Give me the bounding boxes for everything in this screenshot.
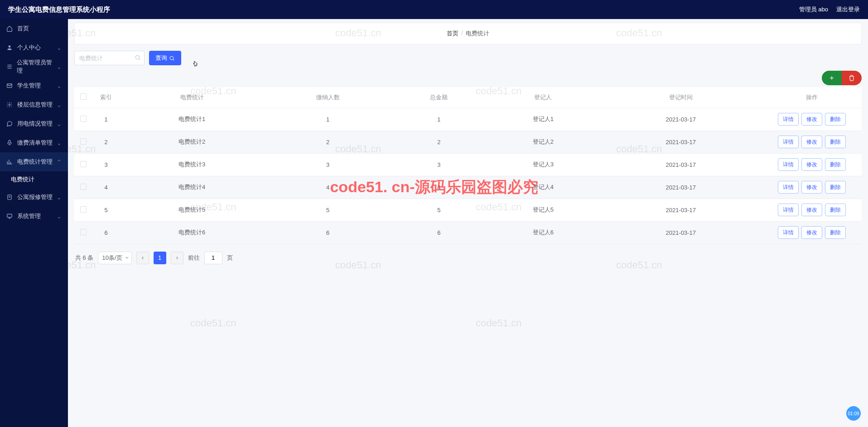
action-bar (74, 71, 862, 85)
search-icon (169, 55, 175, 61)
trash-icon (849, 75, 855, 81)
delete-row-button[interactable]: 删除 (825, 113, 846, 126)
logout-link[interactable]: 退出登录 (836, 5, 860, 14)
col-time: 登记时间 (599, 87, 762, 108)
search-button[interactable]: 查询 (149, 51, 181, 65)
monitor-icon (6, 213, 14, 219)
search-input[interactable] (74, 51, 145, 65)
edit-button[interactable]: 修改 (801, 181, 822, 194)
plus-icon (829, 75, 835, 81)
cell-amount: 5 (391, 199, 487, 221)
edit-button[interactable]: 修改 (801, 226, 822, 239)
row-checkbox[interactable] (80, 229, 87, 235)
col-index: 索引 (92, 87, 120, 108)
cell-count: 2 (264, 131, 391, 153)
col-reg: 登记人 (487, 87, 599, 108)
sidebar-item-label: 系统管理 (17, 212, 41, 220)
breadcrumb-separator: / (461, 29, 463, 38)
cell-time: 2021-03-17 (599, 199, 762, 221)
cell-stat: 电费统计4 (120, 176, 264, 199)
table-row: 3电费统计333登记人32021-03-17详情修改删除 (74, 153, 862, 176)
svg-rect-10 (7, 214, 12, 217)
detail-button[interactable]: 详情 (778, 204, 799, 216)
search-button-label: 查询 (155, 54, 167, 62)
detail-button[interactable]: 详情 (778, 136, 799, 148)
cell-reg: 登记人5 (487, 199, 599, 221)
sidebar-sub-stats[interactable]: 电费统计 (0, 171, 68, 188)
goto-suffix: 页 (227, 254, 233, 262)
cell-amount: 3 (391, 153, 487, 176)
cell-stat: 电费统计2 (120, 131, 264, 153)
app-title: 学生公寓电费信息管理系统小程序 (8, 5, 799, 14)
chevron-down-icon: ⌄ (57, 140, 62, 146)
sidebar-item-label: 电费统计管理 (17, 158, 53, 166)
cell-amount: 2 (391, 131, 487, 153)
page-1-button[interactable]: 1 (154, 252, 166, 264)
cell-amount: 1 (391, 108, 487, 131)
row-checkbox[interactable] (80, 206, 87, 213)
table-row: 6电费统计666登记人62021-03-17详情修改删除 (74, 221, 862, 244)
sidebar-item-label: 缴费清单管理 (17, 139, 53, 147)
svg-point-0 (9, 45, 11, 48)
cell-stat: 电费统计1 (120, 108, 264, 131)
chevron-up-icon: ⌃ (57, 159, 62, 165)
edit-button[interactable]: 修改 (801, 204, 822, 216)
detail-button[interactable]: 详情 (778, 181, 799, 194)
sidebar-item-home[interactable]: 首页 (0, 19, 68, 38)
search-icon (135, 54, 141, 61)
delete-button[interactable] (842, 71, 862, 85)
next-page-button[interactable] (171, 252, 183, 264)
detail-button[interactable]: 详情 (778, 226, 799, 239)
edit-button[interactable]: 修改 (801, 113, 822, 126)
cell-time: 2021-03-17 (599, 131, 762, 153)
svg-rect-6 (9, 140, 10, 143)
row-checkbox[interactable] (80, 116, 87, 122)
sidebar-item-stats[interactable]: 电费统计管理 ⌃ (0, 152, 68, 171)
cell-index: 1 (92, 108, 120, 131)
breadcrumb-home[interactable]: 首页 (447, 29, 458, 38)
sidebar-item-apt-admin[interactable]: 公寓管理员管理 ⌄ (0, 57, 68, 76)
add-button[interactable] (822, 71, 842, 85)
chevron-down-icon: ⌄ (57, 44, 62, 51)
delete-row-button[interactable]: 删除 (825, 204, 846, 216)
row-checkbox[interactable] (80, 184, 87, 190)
sidebar-item-label: 用电情况管理 (17, 120, 53, 128)
select-all-checkbox[interactable] (80, 93, 87, 100)
detail-button[interactable]: 详情 (778, 113, 799, 126)
row-checkbox[interactable] (80, 138, 87, 145)
svg-point-13 (135, 55, 139, 59)
goto-prefix: 前往 (188, 254, 200, 262)
chat-icon (6, 121, 14, 127)
cell-index: 6 (92, 221, 120, 244)
sidebar-item-profile[interactable]: 个人中心 ⌄ (0, 38, 68, 57)
sidebar-item-label: 首页 (17, 24, 29, 33)
gear-icon (6, 102, 14, 108)
row-checkbox[interactable] (80, 161, 87, 167)
sidebar-item-usage[interactable]: 用电情况管理 ⌄ (0, 114, 68, 133)
svg-point-15 (170, 56, 174, 60)
cell-stat: 电费统计5 (120, 199, 264, 221)
edit-button[interactable]: 修改 (801, 136, 822, 148)
admin-label[interactable]: 管理员 abo (799, 5, 828, 14)
page-size-select[interactable]: 10条/页 (98, 252, 131, 264)
edit-button[interactable]: 修改 (801, 158, 822, 171)
delete-row-button[interactable]: 删除 (825, 136, 846, 148)
cell-reg: 登记人6 (487, 221, 599, 244)
goto-page-input[interactable] (204, 252, 222, 264)
sidebar-item-floor[interactable]: 楼层信息管理 ⌄ (0, 95, 68, 114)
sidebar-item-student[interactable]: 学生管理 ⌄ (0, 76, 68, 95)
cell-time: 2021-03-17 (599, 108, 762, 131)
cell-index: 4 (92, 176, 120, 199)
cell-amount: 6 (391, 221, 487, 244)
cell-time: 2021-03-17 (599, 221, 762, 244)
chevron-down-icon: ⌄ (57, 82, 62, 89)
mail-icon (6, 82, 14, 89)
delete-row-button[interactable]: 删除 (825, 181, 846, 194)
delete-row-button[interactable]: 删除 (825, 226, 846, 239)
sidebar-item-system[interactable]: 系统管理 ⌄ (0, 207, 68, 226)
delete-row-button[interactable]: 删除 (825, 158, 846, 171)
sidebar-item-repair[interactable]: 公寓报修管理 ⌄ (0, 188, 68, 207)
detail-button[interactable]: 详情 (778, 158, 799, 171)
prev-page-button[interactable] (136, 252, 149, 264)
sidebar-item-payment[interactable]: 缴费清单管理 ⌄ (0, 133, 68, 152)
